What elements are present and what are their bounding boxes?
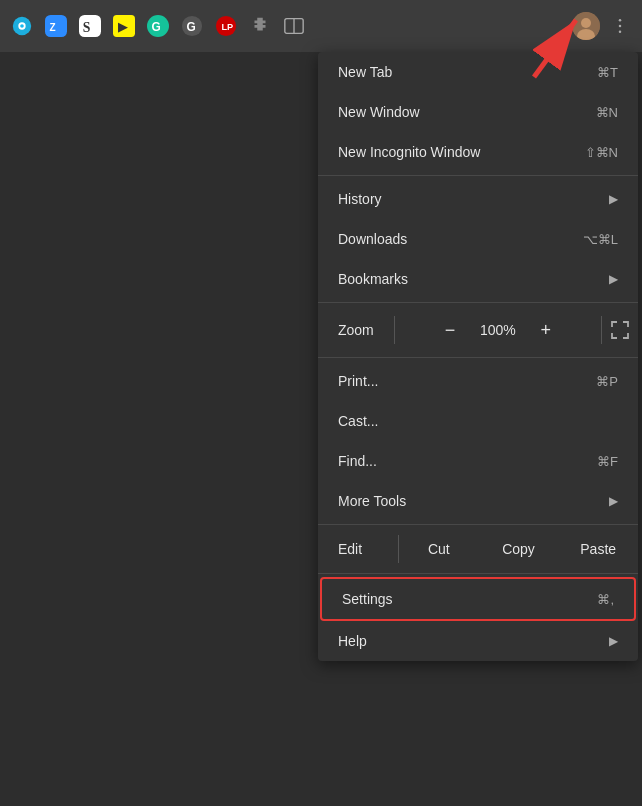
svg-text:G: G [152, 20, 161, 34]
divider-2 [318, 302, 638, 303]
grammarly-icon[interactable]: G [144, 12, 172, 40]
svg-text:G: G [187, 20, 196, 34]
edit-actions: Cut Copy Paste [399, 531, 638, 567]
chevron-right-icon: ▶ [609, 192, 618, 206]
lastpass-icon[interactable]: LP [212, 12, 240, 40]
profile-avatar[interactable] [572, 12, 600, 40]
divider-5 [318, 573, 638, 574]
three-dots-button[interactable] [606, 12, 634, 40]
menu-item-help[interactable]: Help ▶ [318, 621, 638, 661]
fullscreen-button[interactable] [602, 312, 638, 348]
zoom-value-label: 100% [480, 322, 516, 338]
zoom-row: Zoom − 100% + [318, 306, 638, 354]
extensions-icon[interactable] [246, 12, 274, 40]
svg-text:Z: Z [50, 22, 56, 33]
paste-button[interactable]: Paste [558, 531, 638, 567]
circleci-icon[interactable] [8, 12, 36, 40]
menu-item-settings[interactable]: Settings ⌘, [320, 577, 636, 621]
chevron-right-icon: ▶ [609, 634, 618, 648]
split-window-icon[interactable] [280, 12, 308, 40]
menu-item-history[interactable]: History ▶ [318, 179, 638, 219]
chevron-right-icon: ▶ [609, 494, 618, 508]
dropdown-menu: New Tab ⌘T New Window ⌘N New Incognito W… [318, 52, 638, 661]
divider-3 [318, 357, 638, 358]
miro-icon[interactable]: ▶ [110, 12, 138, 40]
svg-point-20 [619, 19, 622, 22]
menu-item-new-tab[interactable]: New Tab ⌘T [318, 52, 638, 92]
copy-button[interactable]: Copy [479, 531, 559, 567]
menu-item-new-window[interactable]: New Window ⌘N [318, 92, 638, 132]
divider-4 [318, 524, 638, 525]
zoom-out-button[interactable]: − [436, 316, 464, 344]
svg-text:▶: ▶ [118, 20, 128, 34]
spike-icon[interactable]: S [76, 12, 104, 40]
svg-point-18 [581, 18, 591, 28]
svg-rect-3 [45, 15, 67, 37]
zoom-app-icon[interactable]: Z [42, 12, 70, 40]
menu-item-find[interactable]: Find... ⌘F [318, 441, 638, 481]
menu-item-downloads[interactable]: Downloads ⌥⌘L [318, 219, 638, 259]
menu-item-print[interactable]: Print... ⌘P [318, 361, 638, 401]
g-icon[interactable]: G [178, 12, 206, 40]
chrome-toolbar: Z S ▶ G G LP [0, 0, 642, 52]
menu-item-more-tools[interactable]: More Tools ▶ [318, 481, 638, 521]
cut-button[interactable]: Cut [399, 531, 479, 567]
svg-point-21 [619, 25, 622, 28]
svg-point-2 [20, 24, 24, 28]
divider-1 [318, 175, 638, 176]
svg-point-22 [619, 31, 622, 34]
menu-item-cast[interactable]: Cast... [318, 401, 638, 441]
svg-text:LP: LP [221, 22, 233, 32]
menu-item-bookmarks[interactable]: Bookmarks ▶ [318, 259, 638, 299]
svg-text:S: S [83, 20, 91, 35]
zoom-controls: − 100% + [395, 316, 601, 344]
zoom-in-button[interactable]: + [532, 316, 560, 344]
chevron-right-icon: ▶ [609, 272, 618, 286]
edit-row: Edit Cut Copy Paste [318, 528, 638, 570]
menu-item-incognito[interactable]: New Incognito Window ⇧⌘N [318, 132, 638, 172]
